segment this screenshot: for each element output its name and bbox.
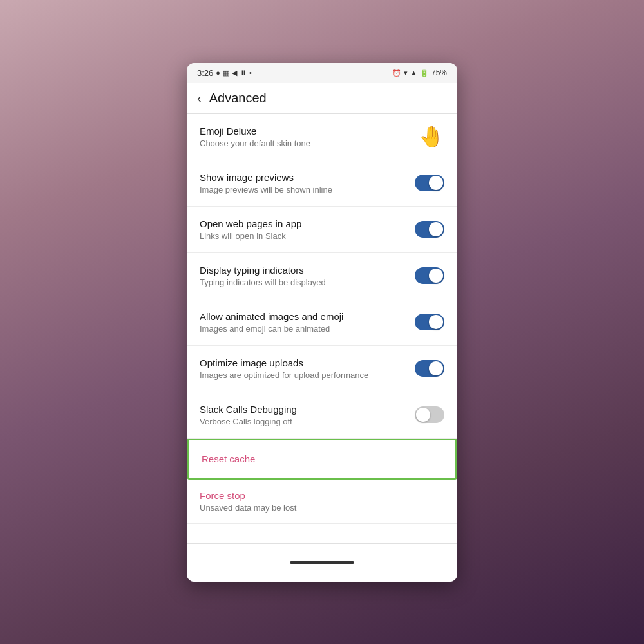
- alarm-icon: ⏰: [392, 69, 401, 77]
- bottom-spacer: [187, 524, 457, 543]
- reset-cache-label[interactable]: Reset cache: [202, 453, 255, 464]
- status-left: 3:26 ● ▦ ◀ ⏸ •: [197, 68, 252, 78]
- battery-percent: 75%: [431, 68, 447, 77]
- back-button[interactable]: ‹: [197, 91, 202, 106]
- wifi-icon: ▾: [404, 69, 408, 77]
- calls-debugging-title: Slack Calls Debugging: [200, 404, 407, 415]
- emoji-hand-icon: 🤚: [419, 124, 444, 149]
- show-image-previews-title: Show image previews: [200, 172, 407, 183]
- header: ‹ Advanced: [187, 83, 457, 114]
- open-web-pages-subtitle: Links will open in Slack: [200, 231, 407, 241]
- settings-item-optimize-uploads[interactable]: Optimize image uploads Images are optimi…: [187, 346, 457, 392]
- optimize-uploads-title: Optimize image uploads: [200, 357, 407, 368]
- status-right: ⏰ ▾ ▲ 🔋 75%: [392, 68, 447, 77]
- settings-item-emoji-deluxe[interactable]: Emoji Deluxe Choose your default skin to…: [187, 114, 457, 160]
- status-time: 3:26: [197, 68, 213, 78]
- settings-item-calls-debugging[interactable]: Slack Calls Debugging Verbose Calls logg…: [187, 392, 457, 439]
- settings-item-show-image-previews[interactable]: Show image previews Image previews will …: [187, 160, 457, 207]
- nav-icon: ◀: [232, 69, 237, 77]
- open-web-pages-title: Open web pages in app: [200, 218, 407, 229]
- message-icon: ▦: [223, 69, 229, 77]
- settings-item-open-web-pages[interactable]: Open web pages in app Links will open in…: [187, 207, 457, 253]
- force-stop-item[interactable]: Force stop Unsaved data may be lost: [187, 480, 457, 524]
- calls-debugging-subtitle: Verbose Calls logging off: [200, 417, 407, 426]
- battery-icon: 🔋: [420, 69, 429, 77]
- bottom-bar: [187, 543, 457, 582]
- settings-item-display-typing[interactable]: Display typing indicators Typing indicat…: [187, 253, 457, 299]
- pause-icon: ⏸: [240, 69, 247, 77]
- open-web-pages-toggle[interactable]: [415, 221, 444, 238]
- home-indicator: [290, 561, 354, 564]
- phone-container: 3:26 ● ▦ ◀ ⏸ • ⏰ ▾ ▲ 🔋 75% ‹ Advanced Em…: [187, 63, 457, 582]
- emoji-deluxe-subtitle: Choose your default skin tone: [200, 138, 411, 148]
- emoji-deluxe-title: Emoji Deluxe: [200, 126, 411, 137]
- allow-animated-toggle[interactable]: [415, 314, 444, 330]
- page-title: Advanced: [209, 91, 267, 106]
- display-typing-subtitle: Typing indicators will be displayed: [200, 278, 407, 287]
- settings-list: Emoji Deluxe Choose your default skin to…: [187, 114, 457, 524]
- force-stop-title[interactable]: Force stop: [200, 490, 444, 501]
- settings-item-allow-animated[interactable]: Allow animated images and emoji Images a…: [187, 299, 457, 346]
- reset-cache-item[interactable]: Reset cache: [187, 439, 457, 480]
- whatsapp-icon: ●: [216, 69, 220, 77]
- show-image-previews-toggle[interactable]: [415, 175, 444, 191]
- optimize-uploads-toggle[interactable]: [415, 360, 444, 377]
- display-typing-toggle[interactable]: [415, 267, 444, 284]
- status-bar: 3:26 ● ▦ ◀ ⏸ • ⏰ ▾ ▲ 🔋 75%: [187, 63, 457, 83]
- force-stop-subtitle: Unsaved data may be lost: [200, 503, 444, 513]
- display-typing-title: Display typing indicators: [200, 265, 407, 276]
- show-image-previews-subtitle: Image previews will be shown inline: [200, 185, 407, 194]
- allow-animated-title: Allow animated images and emoji: [200, 311, 407, 322]
- optimize-uploads-subtitle: Images are optimized for upload performa…: [200, 370, 407, 380]
- calls-debugging-toggle[interactable]: [415, 406, 444, 423]
- dot-icon: •: [249, 69, 252, 77]
- allow-animated-subtitle: Images and emoji can be animated: [200, 324, 407, 334]
- signal-icon: ▲: [410, 69, 417, 77]
